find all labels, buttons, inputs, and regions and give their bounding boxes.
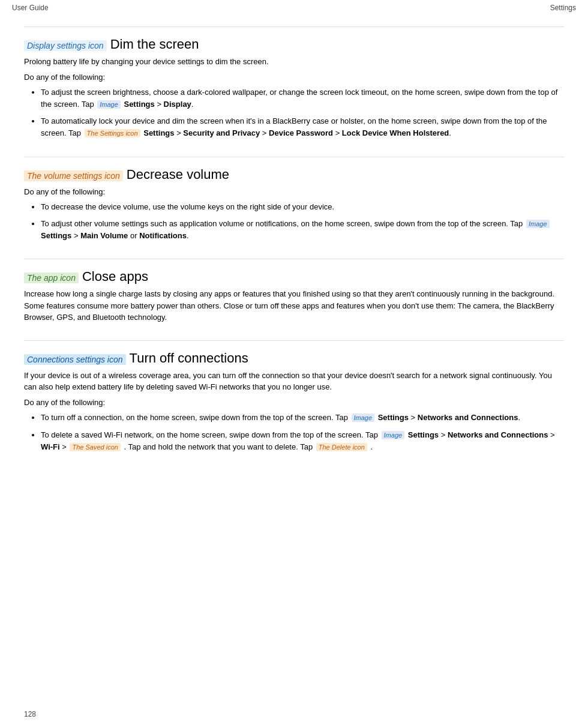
section-display-title: Display settings icon Dim the screen [24,33,564,52]
section-connections-bullets: To turn off a connection, on the home sc… [41,412,564,453]
section-display-intro: Prolong battery life by changing your de… [24,56,564,68]
settings-icon-inline: The Settings icon [85,129,140,137]
section-volume-bullets: To decrease the device volume, use the v… [41,201,564,242]
page-footer: 128 [24,710,36,718]
image-inline-1: Image [97,100,121,109]
section-display: Display settings icon Dim the screen Pro… [24,26,564,140]
section-connections-heading: Turn off connections [130,350,248,366]
page-number: 128 [24,710,36,718]
section-app-heading: Close apps [82,269,148,284]
connections-settings-icon-label: Connections settings icon [24,354,126,365]
section-app-title: The app icon Close apps [24,265,564,284]
app-icon-label: The app icon [24,272,79,283]
list-item: To decrease the device volume, use the v… [41,201,564,213]
image-inline-2: Image [526,220,550,228]
header-right: Settings [550,4,576,12]
list-item: To delete a saved Wi-Fi network, on the … [41,429,564,453]
volume-settings-icon-label: The volume settings icon [24,170,123,181]
image-inline-3: Image [352,414,375,422]
display-settings-icon-label: Display settings icon [24,40,107,51]
section-volume: The volume settings icon Decrease volume… [24,157,564,242]
saved-icon-inline: The Saved icon [70,443,120,451]
list-item: To automatically lock your device and di… [41,115,564,139]
section-volume-do-any: Do any of the following: [24,186,564,198]
section-connections-intro: If your device is out of a wireless cove… [24,370,564,393]
section-display-bullets: To adjust the screen brightness, choose … [41,86,564,140]
section-volume-heading: Decrease volume [127,167,229,182]
list-item: To adjust the screen brightness, choose … [41,86,564,110]
section-app-body: Increase how long a single charge lasts … [24,288,564,323]
delete-icon-inline: The Delete icon [316,443,367,451]
image-inline-4: Image [382,431,405,439]
list-item: To adjust other volume settings such as … [41,218,564,242]
section-display-heading: Dim the screen [110,37,199,52]
section-app: The app icon Close apps Increase how lon… [24,259,564,323]
section-volume-title: The volume settings icon Decrease volume [24,163,564,182]
section-connections: Connections settings icon Turn off conne… [24,340,564,453]
section-connections-do-any: Do any of the following: [24,397,564,409]
main-content: Display settings icon Dim the screen Pro… [0,14,588,494]
page-header: User Guide Settings [0,0,588,14]
section-connections-title: Connections settings icon Turn off conne… [24,347,564,366]
section-display-do-any: Do any of the following: [24,71,564,83]
header-left: User Guide [12,4,49,12]
list-item: To turn off a connection, on the home sc… [41,412,564,424]
